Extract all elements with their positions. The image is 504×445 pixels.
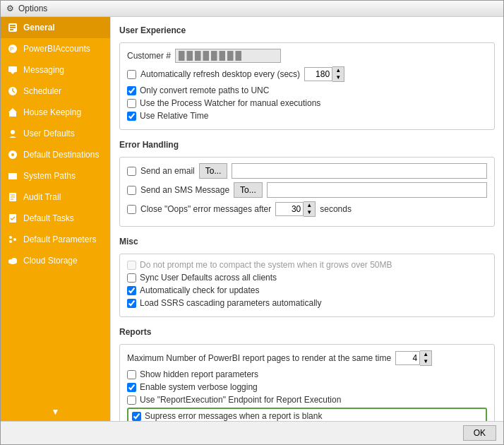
- customer-label: Customer #: [127, 51, 171, 61]
- seconds-label: seconds: [320, 204, 352, 214]
- svg-marker-12: [8, 108, 17, 112]
- auto-check-row: Automatically check for updates: [127, 285, 487, 295]
- sidebar-item-general[interactable]: General: [1, 17, 110, 38]
- only-convert-checkbox[interactable]: [127, 86, 136, 95]
- auto-refresh-row: Automatically refresh desktop every (sec…: [127, 66, 487, 82]
- svg-rect-1: [10, 25, 16, 26]
- defaultparams-icon: [6, 233, 19, 246]
- max-pages-value[interactable]: [395, 351, 420, 365]
- verbose-row: Enable system verbose logging: [127, 382, 487, 392]
- reports-box: Maximum Number of PowerBI report pages t…: [119, 344, 495, 421]
- close-oops-spinbox-buttons: ▲ ▼: [304, 201, 316, 217]
- title-bar: ⚙ Options: [1, 1, 503, 17]
- show-hidden-checkbox[interactable]: [127, 370, 136, 379]
- misc-title: Misc: [119, 237, 495, 248]
- send-sms-field[interactable]: [267, 182, 487, 198]
- sidebar-item-powerbi[interactable]: P PowerBIAccounts: [1, 38, 110, 59]
- verbose-checkbox[interactable]: [127, 383, 136, 392]
- send-sms-checkbox[interactable]: [127, 186, 136, 195]
- close-oops-checkbox[interactable]: [127, 205, 136, 214]
- auto-refresh-checkbox[interactable]: [127, 70, 136, 79]
- user-experience-box: Customer # Automatically refresh desktop…: [119, 42, 495, 130]
- auto-check-checkbox[interactable]: [127, 286, 136, 295]
- sync-checkbox[interactable]: [127, 273, 136, 283]
- svg-point-28: [11, 258, 17, 263]
- main-content: User Experience Customer # Automatically…: [110, 17, 503, 421]
- send-email-row: Send an email To...: [127, 163, 487, 179]
- max-pages-spinbox: ▲ ▼: [395, 350, 432, 366]
- sidebar-item-defaultparams[interactable]: Default Parameters: [1, 229, 110, 250]
- close-oops-up[interactable]: ▲: [304, 202, 315, 209]
- customer-row: Customer #: [127, 49, 487, 63]
- auto-refresh-value[interactable]: [304, 67, 332, 81]
- sidebar-item-scheduler[interactable]: Scheduler: [1, 81, 110, 102]
- user-experience-title: User Experience: [119, 25, 495, 37]
- suppress-row: Supress error messages when a report is …: [127, 408, 487, 421]
- load-ssrs-row: Load SSRS cascading parameters automatic…: [127, 298, 487, 308]
- max-pages-spinbox-buttons: ▲ ▼: [420, 350, 432, 366]
- spinbox-down[interactable]: ▼: [332, 74, 344, 81]
- compact-label: Do not prompt me to compact the system w…: [140, 260, 392, 270]
- send-sms-to-button[interactable]: To...: [234, 182, 263, 198]
- auto-check-label: Automatically check for updates: [140, 285, 259, 295]
- spinbox-up[interactable]: ▲: [332, 67, 344, 74]
- defaulttasks-icon: [6, 212, 19, 225]
- sync-row: Sync User Defaults across all clients: [127, 273, 487, 283]
- sidebar-label-cloudstorage: Cloud Storage: [23, 256, 78, 266]
- window-content: General P PowerBIAccounts Messaging Sche…: [1, 17, 503, 421]
- sidebar-item-defaulttasks[interactable]: Default Tasks: [1, 208, 110, 229]
- send-email-field[interactable]: [232, 163, 487, 179]
- send-email-label: Send an email: [140, 166, 195, 176]
- load-ssrs-label: Load SSRS cascading parameters automatic…: [140, 298, 321, 308]
- reports-title: Reports: [119, 327, 495, 338]
- report-execution-checkbox[interactable]: [127, 396, 136, 405]
- suppress-checkbox[interactable]: [132, 412, 141, 421]
- sidebar-item-housekeeping[interactable]: House Keeping: [1, 102, 110, 123]
- load-ssrs-checkbox[interactable]: [127, 299, 136, 308]
- send-email-checkbox[interactable]: [127, 167, 136, 176]
- misc-section: Misc Do not prompt me to compact the sys…: [119, 237, 495, 317]
- only-convert-row: Only convert remote paths to UNC: [127, 85, 487, 95]
- sidebar-item-userdefaults[interactable]: User Defaults: [1, 123, 110, 144]
- sidebar-item-audittrail[interactable]: Audit Trail: [1, 186, 110, 208]
- systempaths-icon: [6, 170, 19, 182]
- only-convert-label: Only convert remote paths to UNC: [140, 85, 269, 95]
- send-sms-label: Send an SMS Message: [140, 185, 229, 195]
- sidebar-label-audittrail: Audit Trail: [23, 192, 61, 202]
- sidebar: General P PowerBIAccounts Messaging Sche…: [1, 17, 110, 421]
- svg-point-23: [9, 236, 12, 239]
- svg-point-25: [9, 240, 12, 243]
- svg-rect-6: [8, 66, 17, 72]
- svg-point-13: [11, 130, 15, 134]
- process-watcher-checkbox[interactable]: [127, 99, 136, 108]
- max-pages-down[interactable]: ▼: [420, 358, 431, 365]
- relative-time-checkbox[interactable]: [127, 112, 136, 121]
- svg-rect-2: [10, 27, 16, 28]
- sidebar-label-userdefaults: User Defaults: [23, 129, 75, 138]
- close-oops-down[interactable]: ▼: [304, 209, 315, 216]
- max-pages-label: Maximum Number of PowerBI report pages t…: [127, 353, 391, 363]
- send-email-to-button[interactable]: To...: [199, 163, 228, 179]
- reports-section: Reports Maximum Number of PowerBI report…: [119, 327, 495, 421]
- sidebar-label-general: General: [23, 23, 55, 32]
- customer-input[interactable]: [175, 49, 281, 63]
- sidebar-item-cloudstorage[interactable]: Cloud Storage: [1, 250, 110, 271]
- sidebar-label-defaultparams: Default Parameters: [23, 235, 96, 244]
- window-title: Options: [18, 4, 47, 13]
- user-experience-section: User Experience Customer # Automatically…: [119, 25, 495, 130]
- auto-refresh-label: Automatically refresh desktop every (sec…: [140, 69, 300, 79]
- sidebar-item-destinations[interactable]: Default Destinations: [1, 144, 110, 165]
- sidebar-item-systempaths[interactable]: System Paths: [1, 165, 110, 186]
- powerbi-icon: P: [6, 42, 19, 55]
- svg-marker-7: [11, 72, 15, 74]
- close-oops-value[interactable]: [275, 202, 304, 216]
- report-execution-label: Use "ReportExecution" Endpoint for Repor…: [140, 395, 341, 405]
- ok-button[interactable]: OK: [463, 425, 496, 441]
- spinbox-buttons: ▲ ▼: [332, 66, 344, 82]
- relative-time-label: Use Relative Time: [140, 111, 208, 121]
- ok-bar: OK: [1, 421, 503, 444]
- sidebar-scroll-down[interactable]: ▼: [1, 403, 110, 421]
- sidebar-item-messaging[interactable]: Messaging: [1, 59, 110, 81]
- svg-rect-11: [9, 112, 16, 117]
- max-pages-up[interactable]: ▲: [420, 351, 431, 358]
